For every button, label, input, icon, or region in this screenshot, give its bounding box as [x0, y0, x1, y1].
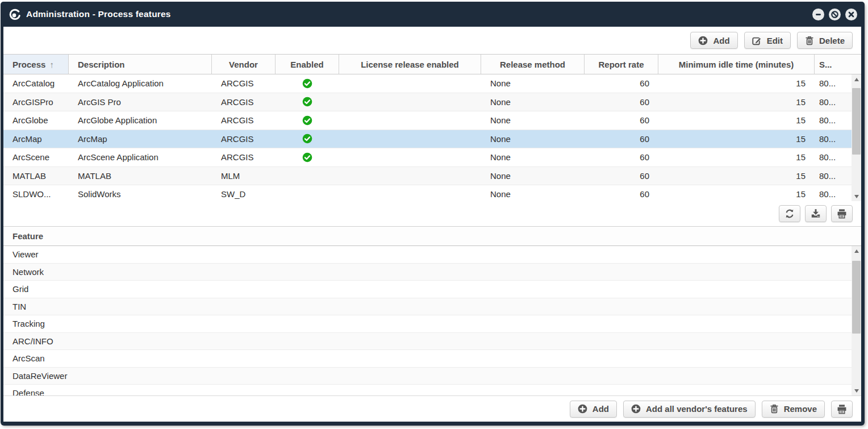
add-all-vendor-features-button[interactable]: Add all vendor's features — [623, 401, 756, 418]
refresh-button[interactable] — [779, 205, 800, 222]
feature-column-header[interactable]: Feature — [12, 231, 43, 241]
cell-description: MATLAB — [69, 171, 212, 181]
close-icon — [848, 11, 855, 18]
process-toolbar: Add Edit Delete — [3, 27, 861, 54]
cell-min_idle_time: 15 — [658, 78, 815, 88]
process-scrollbar[interactable] — [852, 74, 861, 201]
list-item[interactable]: TIN — [3, 298, 852, 316]
scrollbar-down-button[interactable] — [852, 386, 861, 395]
cell-report_rate: 60 — [585, 134, 658, 144]
list-item[interactable]: Network — [3, 264, 852, 281]
column-header-report_rate[interactable]: Report rate — [585, 55, 658, 74]
cell-description: ArcGIS Pro — [69, 97, 212, 107]
add-icon — [631, 404, 641, 414]
cell-release_method: None — [481, 152, 585, 162]
column-header-label: S... — [819, 60, 832, 69]
scrollbar-up-button[interactable] — [852, 74, 861, 84]
print-icon — [837, 209, 847, 219]
list-item[interactable]: Viewer — [3, 246, 852, 264]
cell-vendor: ARCGIS — [212, 115, 276, 125]
sort-ascending-icon: ↑ — [49, 60, 54, 69]
maximize-disabled-icon — [831, 10, 839, 19]
table-row[interactable]: ArcMapArcMapARCGISNone601580... — [3, 130, 852, 149]
app-logo-icon — [9, 8, 21, 20]
cell-process: MATLAB — [3, 171, 69, 181]
column-header-label: Release method — [500, 60, 565, 69]
column-header-label: Minimum idle time (minutes) — [679, 60, 794, 69]
cell-process: ArcCatalog — [3, 78, 69, 88]
table-row[interactable]: ArcSceneArcScene ApplicationARCGISNone60… — [3, 148, 852, 167]
list-item[interactable]: Tracking — [3, 315, 852, 333]
add-all-vendor-features-label: Add all vendor's features — [646, 404, 748, 414]
column-header-min_idle_time[interactable]: Minimum idle time (minutes) — [658, 55, 815, 74]
column-header-label: Process — [12, 60, 45, 69]
column-header-vendor[interactable]: Vendor — [212, 55, 276, 74]
cell-min_idle_time: 15 — [658, 152, 815, 162]
table-row[interactable]: MATLABMATLABMLMNone601580... — [3, 167, 852, 186]
cell-vendor: SW_D — [212, 189, 276, 199]
column-header-label: License release enabled — [361, 60, 459, 69]
cell-process: ArcGlobe — [3, 115, 69, 125]
edit-process-label: Edit — [767, 36, 783, 45]
list-item[interactable]: DataReViewer — [3, 368, 852, 385]
remove-feature-button[interactable]: Remove — [762, 401, 825, 418]
column-header-process[interactable]: Process↑ — [3, 55, 69, 74]
table-row[interactable]: ArcGISProArcGIS ProARCGISNone601580... — [3, 93, 852, 112]
export-button[interactable] — [805, 205, 827, 222]
cell-process: ArcScene — [3, 152, 69, 162]
trash-icon — [805, 36, 814, 45]
cell-release_method: None — [481, 171, 585, 181]
scrollbar-down-button[interactable] — [852, 191, 861, 201]
edit-process-button[interactable]: Edit — [744, 32, 791, 49]
window-title: Administration - Process features — [26, 9, 171, 19]
list-item[interactable]: Defense — [3, 385, 852, 396]
table-row[interactable]: SLDWO...SolidWorksSW_DNone601580... — [3, 185, 852, 201]
column-header-s[interactable]: S... — [815, 55, 861, 74]
scrollbar-thumb[interactable] — [852, 261, 861, 334]
add-feature-button[interactable]: Add — [570, 401, 617, 418]
cell-vendor: ARCGIS — [212, 134, 276, 144]
feature-scrollbar[interactable] — [852, 246, 861, 395]
maximize-button[interactable] — [829, 9, 841, 20]
cell-s: 80... — [815, 152, 852, 162]
add-process-button[interactable]: Add — [690, 32, 737, 49]
table-row[interactable]: ArcCatalogArcCatalog ApplicationARCGISNo… — [3, 74, 852, 93]
scrollbar-thumb[interactable] — [852, 88, 861, 155]
print-icon — [837, 404, 847, 414]
delete-process-button[interactable]: Delete — [797, 32, 853, 49]
cell-vendor: MLM — [212, 171, 276, 181]
column-header-label: Vendor — [229, 60, 258, 69]
close-button[interactable] — [845, 9, 857, 20]
column-header-label: Enabled — [290, 60, 323, 69]
cell-process: ArcGISPro — [3, 97, 69, 107]
cell-report_rate: 60 — [585, 152, 658, 162]
cell-report_rate: 60 — [585, 78, 658, 88]
process-grid-footer — [3, 201, 861, 226]
enabled-check-icon — [302, 115, 312, 126]
list-item[interactable]: ArcScan — [3, 350, 852, 368]
cell-vendor: ARCGIS — [212, 97, 276, 107]
column-header-license_release_enabled[interactable]: License release enabled — [339, 55, 481, 74]
enabled-check-icon — [302, 97, 312, 107]
minimize-button[interactable] — [812, 9, 824, 20]
cell-process: SLDWO... — [3, 189, 69, 199]
print-grid-button[interactable] — [831, 205, 853, 222]
print-features-button[interactable] — [831, 401, 853, 418]
cell-vendor: ARCGIS — [212, 152, 276, 162]
cell-release_method: None — [481, 134, 585, 144]
feature-list: ViewerNetworkGridTINTrackingARC/INFOArcS… — [3, 246, 852, 396]
column-header-release_method[interactable]: Release method — [481, 55, 585, 74]
table-row[interactable]: ArcGlobeArcGlobe ApplicationARCGISNone60… — [3, 111, 852, 130]
add-icon — [578, 404, 587, 414]
cell-min_idle_time: 15 — [658, 134, 815, 144]
column-header-description[interactable]: Description — [69, 55, 212, 74]
cell-s: 80... — [815, 115, 852, 125]
scrollbar-up-button[interactable] — [852, 246, 861, 256]
list-item[interactable]: ARC/INFO — [3, 333, 852, 351]
cell-report_rate: 60 — [585, 97, 658, 107]
minimize-icon — [815, 11, 822, 18]
list-item[interactable]: Grid — [3, 281, 852, 298]
enabled-check-icon — [302, 78, 312, 89]
column-header-enabled[interactable]: Enabled — [276, 55, 339, 74]
cell-min_idle_time: 15 — [658, 171, 815, 181]
